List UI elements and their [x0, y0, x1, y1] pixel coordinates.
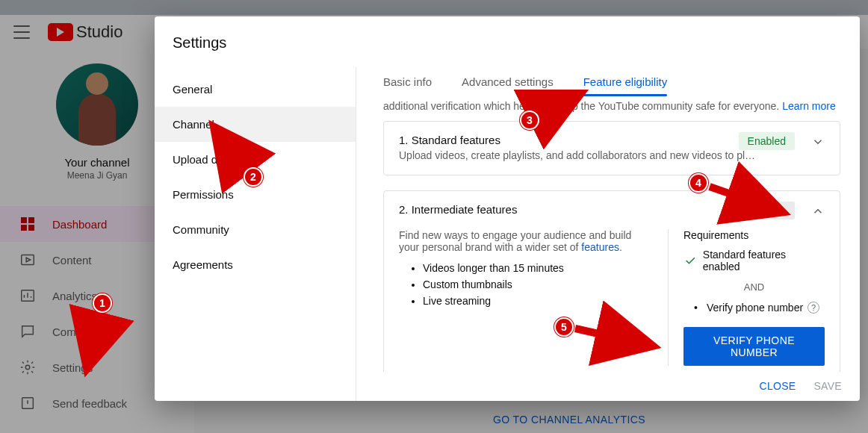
- modal-content: additional verification which helps us k…: [356, 96, 860, 372]
- requirements-title: Requirements: [683, 229, 825, 241]
- learn-more-link[interactable]: Learn more: [782, 100, 836, 112]
- side-upload-defaults[interactable]: Upload defaults: [155, 142, 356, 177]
- side-permissions[interactable]: Permissions: [155, 177, 356, 212]
- side-agreements[interactable]: Agreements: [155, 247, 356, 282]
- standard-features-card[interactable]: 1. Standard features Upload videos, crea…: [383, 121, 840, 175]
- save-button[interactable]: SAVE: [813, 380, 842, 392]
- chevron-up-icon[interactable]: [811, 205, 825, 220]
- settings-modal: Settings General Channel Upload defaults…: [155, 16, 860, 401]
- tab-basic-info[interactable]: Basic info: [383, 75, 432, 96]
- feature-item: Videos longer than 15 minutes: [423, 262, 645, 274]
- tab-advanced-settings[interactable]: Advanced settings: [462, 75, 554, 96]
- modal-footer: CLOSE SAVE: [356, 372, 860, 401]
- requirement-text: Standard features enabled: [703, 249, 825, 272]
- requirement-phone: Verify phone number ?: [694, 302, 825, 314]
- side-general[interactable]: General: [155, 72, 356, 107]
- modal-title: Settings: [155, 16, 860, 66]
- intermediate-features-card: 2. Intermediate features Eligible Find n…: [383, 190, 840, 372]
- intermediate-feature-list: Videos longer than 15 minutes Custom thu…: [423, 262, 645, 307]
- side-community[interactable]: Community: [155, 212, 356, 247]
- requirement-text: Verify phone number: [707, 302, 803, 314]
- requirements-and: AND: [683, 281, 825, 293]
- feature-item: Custom thumbnails: [423, 278, 645, 290]
- blurb-text: additional verification which helps us k…: [383, 100, 782, 112]
- standard-status-badge: Enabled: [739, 132, 795, 150]
- feature-item: Live streaming: [423, 295, 645, 307]
- requirements-panel: Requirements Standard features enabled A…: [668, 229, 825, 366]
- eligibility-blurb: additional verification which helps us k…: [383, 96, 840, 121]
- modal-tabs: Basic info Advanced settings Feature eli…: [356, 67, 860, 96]
- modal-main: Basic info Advanced settings Feature eli…: [356, 67, 860, 401]
- intermediate-status-badge: Eligible: [743, 202, 795, 219]
- tab-feature-eligibility[interactable]: Feature eligibility: [583, 75, 668, 96]
- side-channel[interactable]: Channel: [155, 107, 356, 142]
- close-button[interactable]: CLOSE: [760, 380, 796, 392]
- standard-features-desc: Upload videos, create playlists, and add…: [399, 149, 825, 161]
- features-link[interactable]: features: [581, 241, 619, 253]
- requirement-standard-enabled: Standard features enabled: [683, 249, 825, 272]
- chevron-down-icon[interactable]: [811, 135, 825, 151]
- modal-sidebar: General Channel Upload defaults Permissi…: [155, 67, 356, 401]
- verify-phone-button[interactable]: VERIFY PHONE NUMBER: [683, 327, 825, 366]
- intermediate-description: Find new ways to engage your audience an…: [399, 229, 645, 366]
- help-icon[interactable]: ?: [807, 302, 819, 314]
- check-icon: [683, 254, 697, 267]
